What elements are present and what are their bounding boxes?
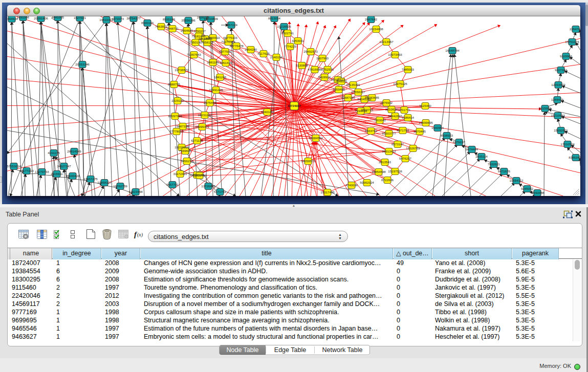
svg-text:17010504: 17010504 [560,142,575,146]
svg-text:20091406: 20091406 [34,16,48,20]
svg-text:2548511: 2548511 [335,79,347,83]
svg-text:34627347: 34627347 [57,164,71,168]
svg-text:47816686: 47816686 [308,68,322,71]
svg-text:35556386: 35556386 [181,18,195,22]
svg-text:7663822: 7663822 [155,25,168,28]
svg-text:6752576: 6752576 [321,68,334,71]
svg-text:1701771: 1701771 [398,108,411,112]
svg-text:10973493: 10973493 [388,53,402,56]
svg-text:25492573: 25492573 [303,50,318,53]
svg-text:5130808: 5130808 [296,63,309,67]
svg-text:13326769: 13326769 [406,146,420,150]
svg-text:1059486: 1059486 [333,87,345,91]
svg-text:9227342: 9227342 [555,68,568,72]
svg-text:28814949: 28814949 [67,149,81,153]
svg-text:20053346: 20053346 [75,62,90,66]
svg-text:71367643: 71367643 [187,53,201,56]
svg-text:8938923: 8938923 [441,134,453,137]
svg-text:7194416: 7194416 [355,109,367,113]
svg-text:3970445: 3970445 [413,129,426,133]
svg-text:2687642: 2687642 [365,17,378,21]
svg-text:85283645: 85283645 [365,96,379,99]
svg-text:7199635: 7199635 [179,149,192,152]
svg-text:13726485: 13726485 [201,184,215,188]
svg-text:10699695: 10699695 [419,121,433,124]
svg-text:44999379: 44999379 [195,125,209,128]
svg-text:16782759: 16782759 [113,184,127,188]
svg-text:82909480: 82909480 [192,173,207,177]
svg-text:17869910: 17869910 [206,36,220,39]
svg-text:6573147: 6573147 [391,142,404,146]
svg-text:19233013: 19233013 [175,145,189,149]
svg-text:47135391: 47135391 [346,83,360,86]
svg-text:15751074: 15751074 [565,40,579,43]
svg-text:17270733: 17270733 [35,170,49,173]
svg-text:8688755: 8688755 [168,82,181,86]
svg-text:1244415: 1244415 [551,98,564,101]
svg-text:1640954: 1640954 [431,126,444,129]
svg-text:1848731: 1848731 [166,27,179,30]
svg-text:1527021: 1527021 [74,16,86,19]
svg-text:16154808: 16154808 [369,27,383,31]
svg-text:8813054: 8813054 [268,16,281,20]
svg-text:12213967: 12213967 [379,40,394,43]
svg-text:8210624: 8210624 [385,107,398,111]
svg-text:8930103: 8930103 [141,21,154,25]
svg-text:72092888: 72092888 [530,191,545,194]
svg-text:92097999: 92097999 [168,114,182,118]
svg-text:10654112: 10654112 [509,179,524,182]
svg-text:6879197: 6879197 [453,140,466,144]
svg-text:99913412: 99913412 [382,149,396,153]
svg-text:2813543: 2813543 [379,160,391,164]
svg-text:2229110: 2229110 [171,99,184,102]
svg-text:1841248: 1841248 [214,75,227,79]
svg-text:2375453: 2375453 [204,101,216,104]
svg-text:4971793: 4971793 [397,128,409,132]
svg-text:66775103: 66775103 [223,36,237,39]
svg-text:7358113: 7358113 [201,40,213,44]
svg-text:15197528: 15197528 [388,169,402,173]
svg-text:39854548: 39854548 [372,170,386,173]
svg-text:27778019: 27778019 [169,129,184,133]
svg-text:8471676: 8471676 [498,169,511,173]
svg-text:16033809: 16033809 [204,17,218,20]
svg-text:4240180: 4240180 [261,110,274,114]
svg-text:4191175: 4191175 [48,151,60,155]
svg-text:5672073: 5672073 [112,17,124,20]
svg-text:31687165: 31687165 [341,96,355,99]
svg-text:65177213: 65177213 [19,169,34,172]
svg-text:7003042: 7003042 [374,118,386,122]
svg-text:38754377: 38754377 [126,16,141,20]
svg-text:19736572: 19736572 [175,68,189,72]
svg-text:54058573: 54058573 [301,159,315,163]
svg-text:50962024: 50962024 [360,181,374,184]
svg-text:12923468: 12923468 [128,190,143,193]
svg-text:31172421: 31172421 [173,172,187,176]
svg-text:2191066: 2191066 [17,16,30,19]
svg-text:6933742: 6933742 [365,129,378,133]
svg-text:2264748: 2264748 [570,27,580,31]
svg-text:7550190: 7550190 [189,40,202,44]
svg-text:8722606: 8722606 [381,178,394,182]
svg-text:2140194: 2140194 [270,55,283,59]
svg-text:4740036: 4740036 [345,183,358,187]
svg-text:77491435: 77491435 [209,88,223,92]
svg-text:5977931: 5977931 [219,50,232,53]
svg-text:2564689: 2564689 [181,29,193,32]
svg-text:10958127: 10958127 [97,181,112,184]
svg-text:55540424: 55540424 [66,174,80,178]
svg-text:6022741: 6022741 [281,31,294,35]
svg-text:9657791: 9657791 [166,183,179,186]
svg-text:8215958: 8215958 [539,106,552,110]
svg-text:19384554: 19384554 [309,136,323,140]
svg-text:19218506: 19218506 [277,25,291,28]
svg-text:5456272: 5456272 [181,159,193,163]
svg-text:16648784: 16648784 [445,49,460,52]
svg-text:1981186: 1981186 [207,60,219,64]
svg-text:5428914: 5428914 [318,75,331,79]
svg-text:17957275: 17957275 [83,177,98,181]
svg-text:12975125: 12975125 [393,82,407,85]
svg-text:9487336: 9487336 [177,124,189,128]
svg-text:4841005: 4841005 [52,16,64,19]
svg-text:57553014: 57553014 [7,164,21,168]
